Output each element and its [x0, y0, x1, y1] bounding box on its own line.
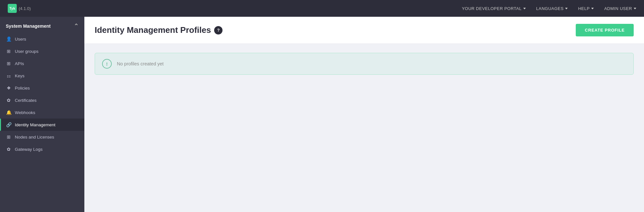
- page-title: Identity Management Profiles: [95, 25, 211, 35]
- sidebar: System Management ⌃ 👤 Users ⊞ User group…: [0, 17, 84, 212]
- sidebar-item-users[interactable]: 👤 Users: [0, 33, 84, 45]
- sidebar-item-webhooks-label: Webhooks: [15, 110, 35, 115]
- sidebar-item-user-groups-label: User groups: [15, 49, 39, 54]
- admin-user-chevron-icon: [634, 8, 636, 9]
- create-profile-button[interactable]: CREATE PROFILE: [576, 24, 634, 36]
- sidebar-item-webhooks[interactable]: 🔔 Webhooks: [0, 106, 84, 119]
- sidebar-item-gateway-logs[interactable]: ✿ Gateway Logs: [0, 143, 84, 155]
- help-icon[interactable]: ?: [214, 26, 223, 34]
- apis-icon: ⊞: [6, 61, 12, 66]
- tyk-logo-icon: Tyk: [8, 4, 17, 13]
- sidebar-item-keys-label: Keys: [15, 73, 24, 78]
- identity-management-icon: 🔗: [6, 122, 12, 127]
- nodes-licenses-icon: ⊞: [6, 134, 12, 140]
- empty-state-message: No profiles created yet: [117, 61, 164, 66]
- sidebar-item-identity-management-label: Identity Management: [15, 122, 55, 127]
- help-menu[interactable]: HELP: [578, 6, 594, 11]
- layout: System Management ⌃ 👤 Users ⊞ User group…: [0, 17, 644, 212]
- topnav-left: Tyk (4.1.0): [8, 4, 31, 13]
- sidebar-item-users-label: Users: [15, 37, 26, 42]
- main-body: ! No profiles created yet: [84, 44, 644, 212]
- sidebar-item-gateway-logs-label: Gateway Logs: [15, 147, 43, 152]
- languages-label: LANGUAGES: [536, 6, 564, 11]
- languages-menu[interactable]: LANGUAGES: [536, 6, 568, 11]
- sidebar-item-nodes-licenses-label: Nodes and Licenses: [15, 135, 54, 140]
- webhooks-icon: 🔔: [6, 110, 12, 115]
- main-content: Identity Management Profiles ? CREATE PR…: [84, 17, 644, 212]
- tyk-logo[interactable]: Tyk (4.1.0): [8, 4, 31, 13]
- sidebar-item-keys[interactable]: ⚏ Keys: [0, 70, 84, 82]
- info-icon: !: [102, 59, 112, 69]
- main-header: Identity Management Profiles ? CREATE PR…: [84, 17, 644, 44]
- empty-state-box: ! No profiles created yet: [95, 53, 634, 75]
- policies-icon: ❖: [6, 85, 12, 91]
- sidebar-section-title: System Management: [6, 24, 51, 29]
- sidebar-item-apis-label: APIs: [15, 61, 24, 66]
- developer-portal-chevron-icon: [523, 8, 526, 9]
- sidebar-item-nodes-licenses[interactable]: ⊞ Nodes and Licenses: [0, 131, 84, 143]
- developer-portal-label: YOUR DEVELOPER PORTAL: [462, 6, 522, 11]
- sidebar-item-user-groups[interactable]: ⊞ User groups: [0, 45, 84, 57]
- sidebar-item-apis[interactable]: ⊞ APIs: [0, 57, 84, 70]
- gateway-logs-icon: ✿: [6, 147, 12, 152]
- tyk-version: (4.1.0): [19, 6, 31, 11]
- help-label: HELP: [578, 6, 590, 11]
- sidebar-item-certificates[interactable]: ✿ Certificates: [0, 94, 84, 106]
- sidebar-item-identity-management[interactable]: 🔗 Identity Management: [0, 119, 84, 131]
- admin-user-menu[interactable]: ADMIN USER: [604, 6, 636, 11]
- main-title-row: Identity Management Profiles ?: [95, 25, 223, 35]
- certificates-icon: ✿: [6, 98, 12, 103]
- sidebar-item-policies-label: Policies: [15, 86, 30, 91]
- topnav-right: YOUR DEVELOPER PORTAL LANGUAGES HELP ADM…: [462, 6, 636, 11]
- help-chevron-icon: [591, 8, 594, 9]
- languages-chevron-icon: [565, 8, 568, 9]
- help-icon-label: ?: [217, 28, 220, 33]
- developer-portal-menu[interactable]: YOUR DEVELOPER PORTAL: [462, 6, 526, 11]
- user-groups-icon: ⊞: [6, 49, 12, 54]
- sidebar-section-header: System Management ⌃: [0, 17, 84, 33]
- sidebar-item-certificates-label: Certificates: [15, 98, 37, 103]
- sidebar-collapse-icon[interactable]: ⌃: [74, 23, 79, 30]
- top-navigation: Tyk (4.1.0) YOUR DEVELOPER PORTAL LANGUA…: [0, 0, 644, 17]
- sidebar-item-policies[interactable]: ❖ Policies: [0, 82, 84, 94]
- users-icon: 👤: [6, 36, 12, 42]
- admin-user-label: ADMIN USER: [604, 6, 632, 11]
- keys-icon: ⚏: [6, 73, 12, 78]
